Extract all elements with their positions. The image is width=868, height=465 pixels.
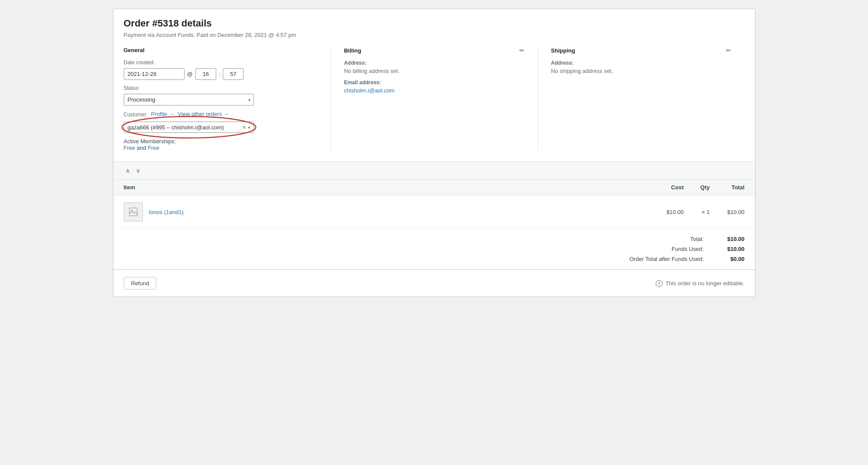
items-section: ∧ ∨ Item Cost Qty Total (113, 162, 755, 270)
item-total: $10.00 (710, 209, 745, 215)
customer-value: gaza666 (#995 – chisholm.i@aol.com) (128, 124, 243, 131)
billing-header: Billing ✏ (344, 47, 525, 54)
general-header: General (124, 47, 318, 53)
order-total-after-funds-value: $0.00 (714, 256, 745, 262)
item-name-link[interactable]: Ionos (1and1) (149, 209, 184, 215)
col-total-header: Total (710, 184, 745, 191)
shipping-address-value: No shipping address set. (551, 68, 732, 74)
colon-sign: : (219, 71, 221, 77)
total-row-after-funds: Order Total after Funds Used: $0.00 (617, 256, 745, 262)
total-row-total: Total: $10.00 (617, 236, 745, 242)
total-label: Total: (617, 236, 704, 242)
total-row-funds: Funds Used: $10.00 (617, 246, 745, 252)
order-subtitle: Payment via Account Funds. Paid on Decem… (124, 32, 745, 38)
item-thumbnail (124, 202, 143, 221)
not-editable-message: i This order is no longer editable. (656, 280, 744, 287)
billing-email-link[interactable]: chisholm.i@aol.com (344, 87, 395, 94)
totals-section: Total: $10.00 Funds Used: $10.00 Order T… (113, 229, 755, 270)
shipping-edit-icon[interactable]: ✏ (726, 47, 731, 54)
membership-free-2[interactable]: Free (148, 145, 159, 151)
bottom-bar: Refund i This order is no longer editabl… (113, 270, 755, 297)
order-title: Order #5318 details (124, 18, 745, 29)
customer-label: Customer: (124, 111, 148, 119)
billing-edit-icon[interactable]: ✏ (519, 47, 525, 54)
collapse-bar: ∧ ∨ (113, 162, 755, 180)
item-cost: $10.00 (649, 209, 684, 215)
time-minute-input[interactable] (223, 68, 244, 80)
image-placeholder-icon (129, 207, 138, 217)
profile-link[interactable]: Profile → (151, 111, 174, 119)
general-title: General (124, 47, 145, 53)
three-col-layout: General Date created: @ : Status: Pendin… (124, 47, 745, 151)
item-left: Ionos (1and1) (124, 202, 649, 221)
funds-used-value: $10.00 (714, 246, 745, 252)
memberships-label: Active Memberships: (124, 138, 176, 145)
time-hour-input[interactable] (195, 68, 216, 80)
col-cost-header: Cost (649, 184, 684, 191)
shipping-section: Shipping ✏ Address: No shipping address … (538, 47, 745, 151)
status-label: Status: (124, 85, 318, 91)
shipping-address-label: Address: (551, 60, 732, 66)
collapse-up-button[interactable]: ∧ (124, 166, 132, 175)
customer-dropdown-icon: ▾ (248, 125, 250, 130)
status-select-wrapper: Pending payment Processing On hold Compl… (124, 94, 254, 106)
at-sign: @ (187, 71, 193, 77)
customer-clear-icon[interactable]: × (242, 124, 246, 131)
general-section: General Date created: @ : Status: Pendin… (124, 47, 331, 151)
order-detail-panel: Order #5318 details Payment via Account … (113, 9, 756, 297)
total-value: $10.00 (714, 236, 745, 242)
items-table-header: Item Cost Qty Total (113, 180, 755, 195)
view-orders-link[interactable]: View other orders → (178, 111, 229, 119)
order-header: Order #5318 details Payment via Account … (113, 9, 755, 162)
date-input[interactable] (124, 68, 185, 80)
col-qty-header: Qty (684, 184, 710, 191)
shipping-title: Shipping (551, 47, 575, 54)
svg-rect-1 (129, 208, 137, 216)
billing-title: Billing (344, 47, 361, 54)
collapse-down-button[interactable]: ∨ (134, 166, 142, 175)
date-label: Date created: (124, 59, 318, 66)
refund-button[interactable]: Refund (124, 277, 157, 290)
not-editable-text: This order is no longer editable. (665, 280, 744, 287)
col-item-header: Item (124, 184, 649, 191)
customer-links-row: Customer: Profile → View other orders → (124, 111, 318, 119)
billing-section: Billing ✏ Address: No billing address se… (330, 47, 538, 151)
billing-address-value: No billing address set. (344, 68, 525, 74)
billing-email-label: Email address: (344, 79, 525, 86)
active-memberships: Active Memberships: Free and Free (124, 138, 318, 151)
membership-free-1[interactable]: Free (124, 145, 135, 151)
order-total-after-funds-label: Order Total after Funds Used: (617, 256, 704, 262)
table-row: Ionos (1and1) $10.00 × 1 $10.00 (113, 195, 755, 229)
membership-and: and (137, 145, 146, 151)
item-qty: × 1 (684, 209, 710, 215)
status-select[interactable]: Pending payment Processing On hold Compl… (124, 94, 254, 106)
shipping-header: Shipping ✏ (551, 47, 732, 54)
date-input-row: @ : (124, 68, 318, 80)
billing-address-label: Address: (344, 60, 525, 66)
funds-used-label: Funds Used: (617, 246, 704, 252)
customer-select-container: gaza666 (#995 – chisholm.i@aol.com) × ▾ (124, 122, 254, 133)
customer-select-field[interactable]: gaza666 (#995 – chisholm.i@aol.com) × ▾ (124, 122, 254, 133)
items-list: Ionos (1and1) $10.00 × 1 $10.00 (113, 195, 755, 229)
info-icon: i (656, 280, 663, 287)
